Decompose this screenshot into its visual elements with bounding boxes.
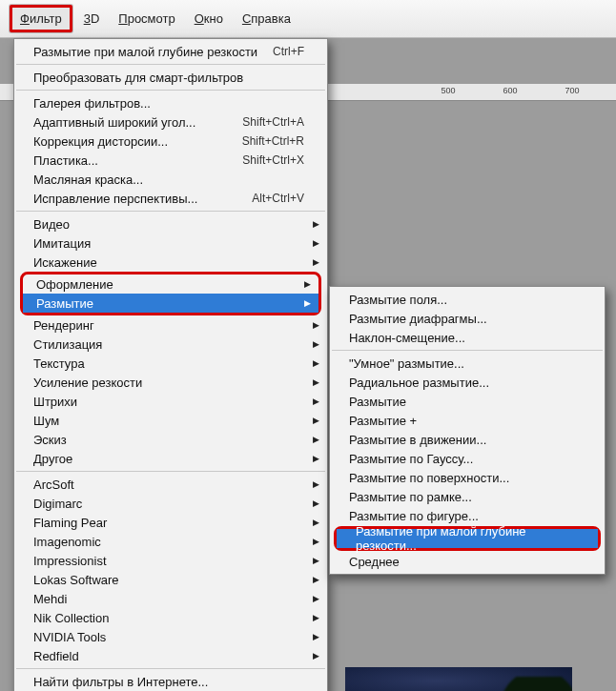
menu-item[interactable]: Коррекция дисторсии...Shift+Ctrl+R xyxy=(14,132,327,151)
chevron-right-icon: ▶ xyxy=(313,339,319,349)
chevron-right-icon: ▶ xyxy=(313,416,319,425)
submenu-item[interactable]: Размытие в движении... xyxy=(330,430,605,449)
menu-item[interactable]: Стилизация▶ xyxy=(14,335,327,354)
menu-item[interactable]: Искажение▶ xyxy=(14,253,327,272)
menu-item-find-online[interactable]: Найти фильтры в Интернете... xyxy=(14,672,327,691)
chevron-right-icon: ▶ xyxy=(313,238,319,248)
submenu-item[interactable]: Среднее xyxy=(330,552,605,571)
highlighted-group: Размытие при малой глубине резкости... xyxy=(334,526,601,551)
ruler-mark: 500 xyxy=(441,86,455,95)
chevron-right-icon: ▶ xyxy=(304,279,311,289)
menu-item-last-filter[interactable]: Размытие при малой глубине резкости Ctrl… xyxy=(14,42,327,61)
chevron-right-icon: ▶ xyxy=(313,613,319,622)
chevron-right-icon: ▶ xyxy=(313,320,319,330)
separator xyxy=(16,90,325,91)
menu-item[interactable]: Адаптивный широкий угол...Shift+Ctrl+A xyxy=(14,112,327,132)
filter-menu: Размытие при малой глубине резкости Ctrl… xyxy=(13,38,328,691)
submenu-item[interactable]: Размытие по поверхности... xyxy=(330,468,605,487)
menu-item[interactable]: Галерея фильтров... xyxy=(14,93,327,112)
menubar-filter[interactable]: Фильтр xyxy=(10,5,72,32)
chevron-right-icon: ▶ xyxy=(313,454,319,463)
menu-item[interactable]: Оформление▶ xyxy=(23,274,318,294)
ruler-mark: 700 xyxy=(565,86,579,95)
menu-item[interactable]: Digimarc▶ xyxy=(14,494,327,513)
submenu-item[interactable]: Размытие xyxy=(330,392,605,411)
chevron-right-icon: ▶ xyxy=(313,575,319,584)
menu-item[interactable]: Усиление резкости▶ xyxy=(14,373,327,392)
menubar-window[interactable]: Окно xyxy=(187,8,231,30)
menu-item[interactable]: Flaming Pear▶ xyxy=(14,513,327,532)
chevron-right-icon: ▶ xyxy=(313,498,319,508)
chevron-right-icon: ▶ xyxy=(313,358,319,368)
submenu-item[interactable]: Размытие поля... xyxy=(330,290,605,309)
menubar: Фильтр 3D Просмотр Окно Справка xyxy=(0,0,616,38)
menu-item[interactable]: Mehdi▶ xyxy=(14,589,327,608)
chevron-right-icon: ▶ xyxy=(313,594,319,603)
menu-item[interactable]: Эскиз▶ xyxy=(14,430,327,449)
separator xyxy=(332,350,603,351)
submenu-item[interactable]: Размытие диафрагмы... xyxy=(330,309,605,328)
separator xyxy=(16,668,325,669)
submenu-item[interactable]: Наклон-смещение... xyxy=(330,328,605,347)
menubar-view[interactable]: Просмотр xyxy=(111,8,182,30)
menu-item[interactable]: Исправление перспективы...Alt+Ctrl+V xyxy=(14,189,327,208)
separator xyxy=(16,64,325,65)
menu-item-convert-smart[interactable]: Преобразовать для смарт-фильтров xyxy=(14,68,327,87)
chevron-right-icon: ▶ xyxy=(313,556,319,565)
menu-item[interactable]: NVIDIA Tools▶ xyxy=(14,627,327,646)
menu-item[interactable]: Пластика...Shift+Ctrl+X xyxy=(14,151,327,170)
submenu-item[interactable]: "Умное" размытие... xyxy=(330,354,605,373)
blur-submenu: Размытие поля... Размытие диафрагмы... Н… xyxy=(329,286,606,575)
menu-item[interactable]: Lokas Software▶ xyxy=(14,570,327,589)
ruler-mark: 600 xyxy=(503,86,517,95)
submenu-item[interactable]: Размытие по рамке... xyxy=(330,487,605,506)
menu-item[interactable]: Шум▶ xyxy=(14,411,327,430)
menu-item[interactable]: Impressionist▶ xyxy=(14,551,327,570)
highlighted-group: Оформление▶ Размытие▶ xyxy=(20,272,321,315)
chevron-right-icon: ▶ xyxy=(313,219,319,229)
chevron-right-icon: ▶ xyxy=(304,298,311,308)
menu-item[interactable]: Текстура▶ xyxy=(14,354,327,373)
menubar-help[interactable]: Справка xyxy=(235,8,298,30)
submenu-item[interactable]: Радиальное размытие... xyxy=(330,373,605,392)
menu-item[interactable]: Nik Collection▶ xyxy=(14,608,327,627)
menu-item[interactable]: Imagenomic▶ xyxy=(14,532,327,551)
submenu-item[interactable]: Размытие по Гауссу... xyxy=(330,449,605,468)
separator xyxy=(16,471,325,472)
chevron-right-icon: ▶ xyxy=(313,651,319,661)
submenu-item[interactable]: Размытие по фигуре... xyxy=(330,506,605,525)
chevron-right-icon: ▶ xyxy=(313,537,319,546)
menu-item[interactable]: Штрихи▶ xyxy=(14,392,327,411)
photo-preview xyxy=(345,667,572,691)
menu-item[interactable]: Масляная краска... xyxy=(14,170,327,189)
menu-item[interactable]: ArcSoft▶ xyxy=(14,475,327,494)
menubar-3d[interactable]: 3D xyxy=(76,8,108,30)
submenu-item[interactable]: Размытие + xyxy=(330,411,605,430)
menu-item[interactable]: Имитация▶ xyxy=(14,234,327,253)
separator xyxy=(16,211,325,212)
submenu-item-lens-blur[interactable]: Размытие при малой глубине резкости... xyxy=(337,529,598,548)
chevron-right-icon: ▶ xyxy=(313,435,319,444)
menu-item[interactable]: Другое▶ xyxy=(14,449,327,468)
menu-item[interactable]: Рендеринг▶ xyxy=(14,315,327,335)
menu-item[interactable]: Видео▶ xyxy=(14,214,327,234)
chevron-right-icon: ▶ xyxy=(313,257,319,267)
menu-item-blur[interactable]: Размытие▶ xyxy=(23,294,318,313)
chevron-right-icon: ▶ xyxy=(313,632,319,641)
chevron-right-icon: ▶ xyxy=(313,479,319,489)
chevron-right-icon: ▶ xyxy=(313,377,319,387)
chevron-right-icon: ▶ xyxy=(313,518,319,527)
chevron-right-icon: ▶ xyxy=(313,396,319,406)
menu-item[interactable]: Redfield▶ xyxy=(14,646,327,665)
